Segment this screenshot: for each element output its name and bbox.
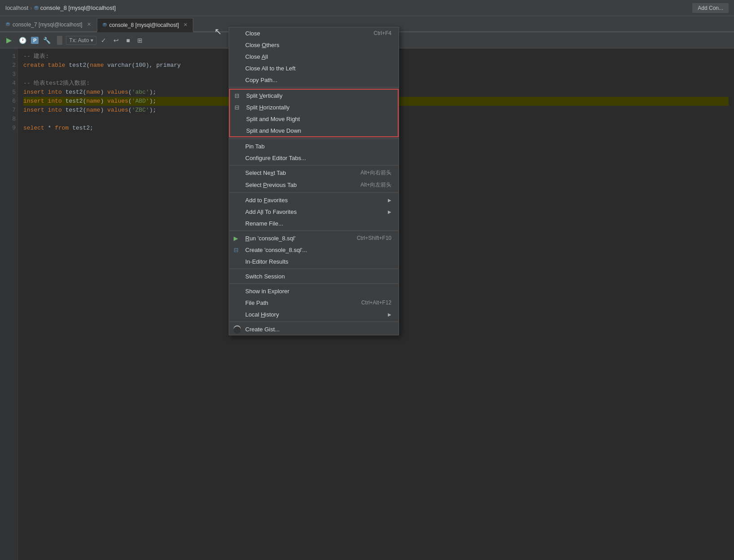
menu-item-add-all-favorites[interactable]: Add All To Favorites (229, 206, 399, 217)
split-move-down-label: Split and Move Down (246, 127, 301, 134)
tab7-db-icon: ⛃ (6, 22, 10, 27)
toolbar-separator1 (57, 36, 62, 45)
select-prev-shortcut: Alt+向左箭头 (360, 181, 391, 189)
clock-button[interactable]: 🕐 (16, 35, 29, 46)
menu-sep3 (229, 165, 399, 165)
menu-sep7 (229, 283, 399, 284)
menu-sep2 (229, 139, 399, 139)
tab7-close-button[interactable]: ✕ (87, 22, 91, 27)
tab8-label: console_8 [mysql@localhost] (109, 22, 179, 28)
split-section: ⊟ Split Vertically ⊟ Split Horizontally … (229, 89, 399, 137)
run-shortcut: Ctrl+Shift+F10 (357, 235, 391, 241)
tx-chevron-icon: ▾ (91, 37, 93, 43)
gist-icon: ⬤ (234, 326, 241, 333)
line-num-9: 9 (2, 124, 16, 133)
line-num-2: 2 (2, 61, 16, 70)
split-horiz-label: Split Horizontally (246, 104, 290, 111)
breadcrumb-localhost: localhost (5, 4, 28, 11)
menu-item-close-all-left[interactable]: Close All to the Left (229, 62, 399, 74)
select-prev-label: Select Previous Tab (245, 182, 297, 188)
menu-item-copy-path[interactable]: Copy Path... (229, 74, 399, 86)
menu-item-split-move-right[interactable]: Split and Move Right (230, 113, 398, 125)
close-all-left-label: Close All to the Left (245, 65, 295, 72)
menu-item-in-editor[interactable]: In-Editor Results (229, 256, 399, 267)
menu-item-split-horiz[interactable]: ⊟ Split Horizontally (230, 101, 398, 113)
menu-item-pin-tab[interactable]: Pin Tab (229, 140, 399, 152)
show-explorer-label: Show in Explorer (245, 288, 289, 295)
title-bar: localhost › ⛃ console_8 [mysql@localhost… (0, 0, 734, 16)
menu-item-close-others[interactable]: Close Others (229, 39, 399, 51)
stop-button[interactable]: ■ (123, 35, 132, 46)
run-icon: ▶ (234, 235, 238, 242)
close-label: Close (245, 30, 260, 37)
copy-path-label: Copy Path... (245, 77, 278, 83)
menu-sep6 (229, 269, 399, 269)
menu-item-show-explorer[interactable]: Show in Explorer (229, 285, 399, 297)
menu-item-create[interactable]: ⊟ Create 'console_8.sql'... (229, 244, 399, 256)
menu-item-select-next[interactable]: Select Next Tab Alt+向右箭头 (229, 167, 399, 179)
run-button[interactable]: ▶ (4, 34, 14, 46)
breadcrumb-db-icon: ⛃ (34, 5, 39, 11)
menu-item-select-prev[interactable]: Select Previous Tab Alt+向左箭头 (229, 179, 399, 191)
p-button[interactable]: P (31, 37, 39, 44)
create-gist-label: Create Gist... (245, 326, 280, 333)
line-num-4: 4 (2, 79, 16, 88)
close-all-label: Close All (245, 53, 268, 60)
close-shortcut: Ctrl+F4 (374, 30, 391, 36)
tab-console7[interactable]: ⛃ console_7 [mysql@localhost] ✕ (0, 17, 97, 31)
line-num-1: 1 (2, 52, 16, 61)
run-label: Run 'console_8.sql' (245, 235, 295, 242)
menu-item-add-favorites[interactable]: Add to Favorites (229, 194, 399, 206)
menu-item-rename-file[interactable]: Rename File... (229, 217, 399, 229)
add-favorites-label: Add to Favorites (245, 197, 288, 204)
check-button[interactable]: ✓ (98, 35, 109, 46)
undo-button[interactable]: ↩ (111, 35, 122, 46)
tab8-db-icon: ⛃ (103, 22, 107, 28)
create-label: Create 'console_8.sql'... (245, 247, 307, 253)
menu-item-switch-session[interactable]: Switch Session (229, 270, 399, 282)
add-all-favorites-label: Add All To Favorites (245, 208, 297, 215)
menu-item-file-path[interactable]: File Path Ctrl+Alt+F12 (229, 297, 399, 308)
split-vert-label: Split Vertically (246, 92, 282, 99)
tx-label: Tx: Auto (69, 37, 89, 43)
tx-dropdown[interactable]: Tx: Auto ▾ (66, 36, 96, 45)
line-num-6: 6 (2, 97, 16, 106)
switch-session-label: Switch Session (245, 273, 285, 280)
split-horiz-icon: ⊟ (235, 104, 239, 111)
pin-tab-label: Pin Tab (245, 143, 265, 150)
add-console-button[interactable]: Add Con... (692, 3, 729, 13)
line-numbers: 1 2 3 4 5 6 7 8 9 (0, 48, 18, 560)
menu-item-close-all[interactable]: Close All (229, 51, 399, 62)
close-others-label: Close Others (245, 42, 279, 48)
select-next-label: Select Next Tab (245, 169, 286, 176)
menu-sep4 (229, 192, 399, 193)
grid-button[interactable]: ⊞ (135, 35, 145, 46)
wrench-button[interactable]: 🔧 (40, 35, 53, 46)
menu-item-create-gist[interactable]: ⬤ Create Gist... (229, 323, 399, 335)
line-num-7: 7 (2, 106, 16, 115)
context-menu: Close Ctrl+F4 Close Others Close All Clo… (229, 27, 399, 335)
in-editor-label: In-Editor Results (245, 258, 288, 265)
breadcrumb-console: console_8 [mysql@localhost] (40, 4, 116, 11)
breadcrumb: localhost › ⛃ console_8 [mysql@localhost… (5, 4, 116, 11)
file-path-shortcut: Ctrl+Alt+F12 (361, 300, 391, 306)
tab-console8[interactable]: ⛃ console_8 [mysql@localhost] ✕ (97, 18, 194, 32)
line-num-8: 8 (2, 115, 16, 124)
menu-item-configure-tabs[interactable]: Configure Editor Tabs... (229, 152, 399, 164)
line-num-3: 3 (2, 70, 16, 79)
menu-item-split-move-down[interactable]: Split and Move Down (230, 125, 398, 136)
rename-file-label: Rename File... (245, 220, 283, 227)
split-move-right-label: Split and Move Right (246, 116, 300, 122)
configure-tabs-label: Configure Editor Tabs... (245, 155, 306, 161)
tab8-close-button[interactable]: ✕ (183, 22, 187, 28)
menu-item-close[interactable]: Close Ctrl+F4 (229, 27, 399, 39)
create-icon: ⊟ (234, 247, 239, 253)
menu-item-local-history[interactable]: Local History (229, 308, 399, 320)
menu-item-split-vert[interactable]: ⊟ Split Vertically (230, 90, 398, 101)
select-next-shortcut: Alt+向右箭头 (360, 169, 391, 177)
menu-sep8 (229, 321, 399, 322)
line-num-5: 5 (2, 88, 16, 97)
local-history-label: Local History (245, 311, 279, 318)
menu-item-run[interactable]: ▶ Run 'console_8.sql' Ctrl+Shift+F10 (229, 232, 399, 244)
tab7-label: console_7 [mysql@localhost] (13, 22, 83, 28)
